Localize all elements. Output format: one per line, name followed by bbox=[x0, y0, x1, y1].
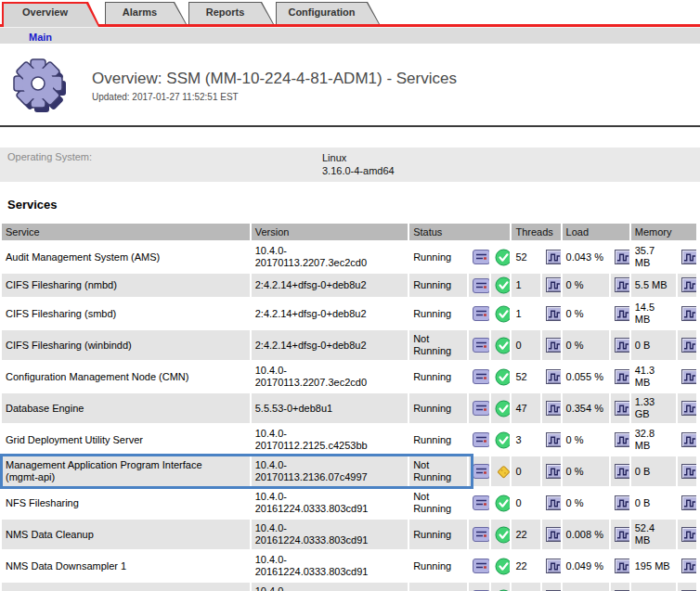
load-value: 0.354 % bbox=[563, 393, 609, 423]
service-version: 10.4.0- 20161224.0333.803cd91 bbox=[252, 520, 408, 549]
threads-chart-button[interactable] bbox=[546, 401, 561, 416]
load-chart-button[interactable] bbox=[615, 559, 629, 573]
status-admin-down-icon bbox=[495, 463, 510, 481]
breadcrumb-bar: Main bbox=[0, 27, 700, 44]
tab-configuration[interactable]: Configuration bbox=[276, 2, 380, 24]
threads-chart-button[interactable] bbox=[546, 306, 561, 321]
service-detail-icon[interactable] bbox=[473, 306, 489, 321]
page-header: Overview: SSM (MM-10-224-4-81-ADM1) - Se… bbox=[0, 44, 700, 120]
service-detail-icon[interactable] bbox=[473, 369, 489, 384]
service-name: Management Application Program Interface… bbox=[2, 456, 250, 486]
service-status: Running bbox=[409, 551, 467, 581]
memory-value: 41.3 MB bbox=[631, 362, 676, 392]
load-chart-button[interactable] bbox=[615, 338, 629, 353]
service-name: NMS Data Downsampler 1 bbox=[2, 551, 250, 581]
memory-value: 5.5 MB bbox=[631, 274, 676, 297]
service-version: 2:4.2.14+dfsg-0+deb8u2 bbox=[252, 274, 408, 297]
page-title: Overview: SSM (MM-10-224-4-81-ADM1) - Se… bbox=[92, 70, 457, 88]
service-detail-icon[interactable] bbox=[473, 432, 489, 447]
service-version: 2:4.2.14+dfsg-0+deb8u2 bbox=[252, 330, 408, 360]
load-chart-button[interactable] bbox=[615, 495, 629, 510]
memory-value: 1.33 GB bbox=[631, 393, 676, 423]
service-detail-icon[interactable] bbox=[473, 464, 489, 479]
memory-value: 0 B bbox=[631, 456, 676, 486]
load-value: 0 % bbox=[563, 425, 609, 455]
service-detail-icon[interactable] bbox=[473, 338, 489, 353]
table-row: NMS Data Downsampler 210.4.0- 20161224.0… bbox=[2, 583, 696, 591]
service-detail-icon[interactable] bbox=[473, 250, 489, 264]
service-name: Audit Management System (AMS) bbox=[2, 242, 250, 272]
threads-value: 52 bbox=[512, 242, 539, 272]
table-row: NFS Filesharing10.4.0- 20161224.0333.803… bbox=[2, 488, 696, 518]
service-status: Not Running bbox=[409, 330, 467, 360]
load-chart-button[interactable] bbox=[615, 527, 629, 542]
memory-chart-button[interactable] bbox=[681, 401, 696, 416]
service-name: Grid Deployment Utility Server bbox=[2, 425, 250, 455]
os-row: Operating System: Linux 3.16.0-4-amd64 bbox=[0, 148, 700, 182]
load-chart-button[interactable] bbox=[615, 306, 629, 321]
service-detail-icon[interactable] bbox=[473, 527, 489, 542]
memory-chart-button[interactable] bbox=[681, 559, 696, 573]
memory-chart-button[interactable] bbox=[681, 432, 696, 447]
status-running-icon bbox=[495, 368, 510, 386]
threads-chart-button[interactable] bbox=[546, 559, 561, 573]
tab-configuration-label: Configuration bbox=[276, 2, 380, 22]
memory-chart-button[interactable] bbox=[681, 495, 696, 510]
threads-value: 22 bbox=[512, 583, 539, 591]
memory-chart-button[interactable] bbox=[681, 369, 696, 384]
threads-chart-button[interactable] bbox=[546, 338, 561, 353]
service-name: CIFS Filesharing (winbindd) bbox=[2, 330, 250, 360]
title-text-group: Overview: SSM (MM-10-224-4-81-ADM1) - Se… bbox=[92, 70, 457, 102]
threads-chart-button[interactable] bbox=[546, 277, 561, 292]
service-status: Running bbox=[409, 274, 467, 297]
load-chart-button[interactable] bbox=[615, 250, 629, 264]
memory-chart-button[interactable] bbox=[681, 464, 696, 479]
table-row: CIFS Filesharing (winbindd)2:4.2.14+dfsg… bbox=[2, 330, 696, 360]
page: { "tabs": [ {"label": "Overview", "activ… bbox=[0, 0, 700, 591]
tab-overview[interactable]: Overview bbox=[2, 2, 100, 27]
load-chart-button[interactable] bbox=[615, 369, 629, 384]
service-status: Running bbox=[409, 362, 467, 392]
load-value: 0.008 % bbox=[563, 520, 609, 549]
memory-value: 14.5 MB bbox=[631, 299, 676, 328]
threads-chart-button[interactable] bbox=[546, 495, 561, 510]
service-version: 10.4.0- 20161224.0333.803cd91 bbox=[252, 551, 408, 581]
service-detail-icon[interactable] bbox=[473, 278, 489, 293]
memory-chart-button[interactable] bbox=[681, 277, 696, 292]
service-detail-icon[interactable] bbox=[473, 401, 489, 416]
service-version: 2:4.2.14+dfsg-0+deb8u2 bbox=[252, 299, 408, 328]
threads-chart-button[interactable] bbox=[546, 432, 561, 447]
load-chart-button[interactable] bbox=[615, 277, 629, 292]
threads-chart-button[interactable] bbox=[546, 464, 561, 479]
service-detail-icon[interactable] bbox=[473, 495, 489, 510]
service-version: 10.4.0- 20161224.0333.803cd91 bbox=[252, 583, 408, 591]
tab-reports[interactable]: Reports bbox=[188, 2, 274, 24]
threads-chart-button[interactable] bbox=[546, 527, 561, 542]
load-chart-button[interactable] bbox=[615, 464, 629, 479]
load-chart-button[interactable] bbox=[615, 432, 629, 447]
threads-chart-button[interactable] bbox=[546, 250, 561, 264]
service-status: Not Running bbox=[409, 488, 467, 518]
memory-value: 0 B bbox=[631, 488, 676, 518]
load-value: 0.009 % bbox=[563, 583, 609, 591]
os-label: Operating System: bbox=[0, 151, 322, 177]
service-detail-icon[interactable] bbox=[473, 559, 489, 573]
tab-overview-label: Overview bbox=[2, 2, 100, 22]
threads-value: 22 bbox=[512, 520, 539, 549]
breadcrumb-main-link[interactable]: Main bbox=[29, 32, 52, 43]
memory-chart-button[interactable] bbox=[681, 250, 696, 264]
memory-chart-button[interactable] bbox=[681, 527, 696, 542]
load-chart-button[interactable] bbox=[615, 401, 629, 416]
threads-value: 47 bbox=[512, 393, 539, 423]
service-version: 5.5.53-0+deb8u1 bbox=[252, 393, 408, 423]
memory-chart-button[interactable] bbox=[681, 338, 696, 353]
threads-value: 3 bbox=[512, 425, 539, 455]
status-running-icon bbox=[495, 495, 510, 512]
tab-alarms[interactable]: Alarms bbox=[105, 2, 187, 24]
table-row: Configuration Management Node (CMN)10.4.… bbox=[2, 362, 696, 392]
threads-value: 22 bbox=[512, 551, 539, 581]
threads-chart-button[interactable] bbox=[546, 369, 561, 384]
memory-chart-button[interactable] bbox=[681, 306, 696, 321]
services-table-body: Audit Management System (AMS)10.4.0- 201… bbox=[2, 242, 696, 591]
service-status: Running bbox=[409, 242, 467, 272]
